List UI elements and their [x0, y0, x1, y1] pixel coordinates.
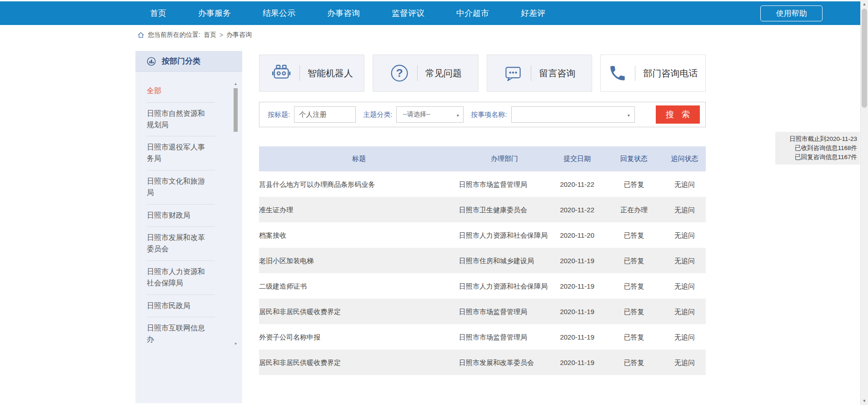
category-selected-value: --请选择-- — [403, 110, 430, 119]
row-date: 2020-11-22 — [550, 197, 604, 222]
table-row[interactable]: 莒县什么地方可以办理商品条形码业务 日照市市场监督管理局 2020-11-22 … — [259, 171, 706, 197]
table-row[interactable]: 居民和非居民供暖收费界定 日照市市场监督管理局 2020-11-19 已答复 无… — [259, 299, 706, 324]
row-date: 2020-11-22 — [550, 171, 604, 197]
header-department: 办理部门 — [459, 146, 550, 171]
row-department: 日照市人力资源和社会保障局 — [459, 222, 550, 248]
nav-item-results[interactable]: 结果公示 — [263, 8, 295, 19]
row-reply-status: 已答复 — [604, 248, 663, 273]
item-filter-label: 按事项名称: — [471, 110, 507, 119]
row-title[interactable]: 居民和非居民供暖收费界定 — [259, 350, 459, 375]
divider — [299, 65, 300, 81]
sidebar-scroll-up-icon[interactable]: ▲ — [233, 82, 238, 86]
smart-robot-button[interactable]: 智能机器人 — [259, 55, 364, 92]
row-department: 日照市市场监督管理局 — [459, 324, 550, 350]
sidebar-item-natural-resources[interactable]: 日照市自然资源和规划局 — [147, 103, 215, 137]
row-department: 日照市人力资源和社会保障局 — [459, 273, 550, 299]
sidebar-item-culture-tourism[interactable]: 日照市文化和旅游局 — [147, 170, 215, 205]
faq-button[interactable]: ? 常见问题 — [373, 55, 478, 92]
row-followup-status: 无追问 — [663, 350, 706, 375]
stats-line-cutoff: 日照市截止到2020-11-23 — [777, 135, 857, 144]
message-consult-button[interactable]: 留言咨询 — [487, 55, 592, 92]
scroll-up-icon[interactable]: ▲ — [861, 0, 868, 8]
message-consult-label: 留言咨询 — [539, 67, 575, 80]
page-scrollbar[interactable]: ▲ ▼ — [860, 0, 868, 405]
sidebar-item-civil-affairs[interactable]: 日照市民政局 — [147, 295, 215, 318]
phone-consult-button[interactable]: 部门咨询电话 — [600, 55, 706, 92]
top-nav-bar: 首页 办事服务 结果公示 办事咨询 监督评议 中介超市 好差评 使用帮助 — [0, 1, 868, 25]
consultation-table: 标题 办理部门 提交日期 回复状态 追问状态 莒县什么地方可以办理商品条形码业务… — [259, 146, 706, 375]
robot-icon — [271, 63, 292, 84]
page-scrollbar-thumb[interactable] — [862, 9, 867, 108]
row-department: 日照市卫生健康委员会 — [459, 197, 550, 222]
main-nav: 首页 办事服务 结果公示 办事咨询 监督评议 中介超市 好差评 — [150, 1, 577, 25]
department-sidebar: 按部门分类 全部 日照市自然资源和规划局 日照市退役军人事务局 日照市文化和旅游… — [135, 51, 242, 403]
row-reply-status: 已答复 — [604, 299, 663, 324]
divider — [635, 65, 635, 81]
sidebar-item-internet-info[interactable]: 日照市互联网信息办 — [147, 317, 215, 351]
stats-line-replied: 已回复咨询信息1167件 — [777, 153, 857, 162]
row-reply-status: 已答复 — [604, 273, 663, 299]
sidebar-item-finance[interactable]: 日照市财政局 — [147, 205, 215, 227]
divider — [531, 65, 531, 81]
search-button[interactable]: 搜 索 — [656, 105, 700, 124]
row-title[interactable]: 外资子公司名称申报 — [259, 324, 459, 350]
table-row[interactable]: 二级建造师证书 日照市人力资源和社会保障局 2020-11-19 已答复 无追问 — [259, 273, 706, 299]
row-title[interactable]: 居民和非居民供暖收费界定 — [259, 299, 459, 324]
row-reply-status: 已答复 — [604, 171, 663, 197]
row-title[interactable]: 老旧小区加装电梯 — [259, 248, 459, 273]
item-filter-select[interactable] — [511, 106, 635, 123]
row-title[interactable]: 莒县什么地方可以办理商品条形码业务 — [259, 171, 459, 197]
table-header-row: 标题 办理部门 提交日期 回复状态 追问状态 — [259, 146, 706, 171]
row-department: 日照市发展和改革委员会 — [459, 350, 550, 375]
sidebar-scrollbar[interactable]: ▲ ▼ — [233, 82, 238, 346]
row-title[interactable]: 档案接收 — [259, 222, 459, 248]
row-reply-status: 已答复 — [604, 324, 663, 350]
scroll-down-icon[interactable]: ▼ — [861, 397, 868, 405]
row-reply-status: 正在办理 — [604, 197, 663, 222]
row-followup-status: 无追问 — [663, 299, 706, 324]
phone-consult-label: 部门咨询电话 — [643, 67, 698, 80]
category-icon — [145, 55, 157, 67]
nav-item-consult[interactable]: 办事咨询 — [327, 8, 360, 19]
chevron-down-icon — [627, 111, 631, 118]
table-row[interactable]: 老旧小区加装电梯 日照市住房和城乡建设局 2020-11-19 已答复 无追问 — [259, 248, 706, 273]
quick-actions: 智能机器人 ? 常见问题 留 — [259, 55, 706, 92]
header-date: 提交日期 — [550, 146, 604, 171]
sidebar-item-veterans[interactable]: 日照市退役军人事务局 — [147, 136, 215, 170]
breadcrumb-separator: > — [219, 31, 223, 39]
header-title: 标题 — [259, 146, 459, 171]
sidebar-item-development-reform[interactable]: 日照市发展和改革委员会 — [147, 227, 215, 261]
faq-label: 常见问题 — [425, 67, 462, 80]
sidebar-scrollbar-thumb[interactable] — [234, 88, 238, 132]
stats-line-received: 已收到咨询信息1168件 — [777, 144, 857, 153]
sidebar-item-all[interactable]: 全部 — [147, 80, 215, 103]
row-department: 日照市住房和城乡建设局 — [459, 248, 550, 273]
breadcrumb-home[interactable]: 首页 — [204, 31, 216, 39]
table-row[interactable]: 准生证办理 日照市卫生健康委员会 2020-11-22 正在办理 无追问 — [259, 197, 706, 222]
row-reply-status: 已答复 — [604, 350, 663, 375]
nav-item-services[interactable]: 办事服务 — [198, 8, 231, 19]
question-icon: ? — [389, 63, 409, 83]
sidebar-item-human-resources[interactable]: 日照市人力资源和社会保障局 — [147, 261, 215, 295]
search-panel: 按标题: 主题分类: --请选择-- 按事项名称: 搜 索 — [259, 102, 706, 127]
nav-item-rating[interactable]: 好差评 — [521, 8, 545, 19]
nav-item-supervision[interactable]: 监督评议 — [392, 8, 424, 19]
table-row[interactable]: 外资子公司名称申报 日照市市场监督管理局 2020-11-19 已答复 无追问 — [259, 324, 706, 350]
nav-item-home[interactable]: 首页 — [150, 8, 166, 19]
title-filter-input[interactable] — [294, 106, 356, 123]
row-title[interactable]: 准生证办理 — [259, 197, 459, 222]
title-filter-label: 按标题: — [268, 110, 290, 119]
category-filter-select[interactable]: --请选择-- — [396, 106, 464, 123]
help-button[interactable]: 使用帮助 — [760, 5, 823, 21]
breadcrumb-current[interactable]: 办事咨询 — [226, 31, 252, 39]
phone-icon — [608, 64, 627, 83]
row-title[interactable]: 二级建造师证书 — [259, 273, 459, 299]
row-date: 2020-11-19 — [550, 273, 604, 299]
table-row[interactable]: 居民和非居民供暖收费界定 日照市发展和改革委员会 2020-11-19 已答复 … — [259, 350, 706, 375]
message-icon — [503, 63, 523, 83]
table-row[interactable]: 档案接收 日照市人力资源和社会保障局 2020-11-20 已答复 无追问 — [259, 222, 706, 248]
row-followup-status: 无追问 — [663, 248, 706, 273]
sidebar-scroll-down-icon[interactable]: ▼ — [233, 342, 238, 346]
nav-item-intermediary[interactable]: 中介超市 — [456, 8, 489, 19]
row-date: 2020-11-19 — [550, 324, 604, 350]
